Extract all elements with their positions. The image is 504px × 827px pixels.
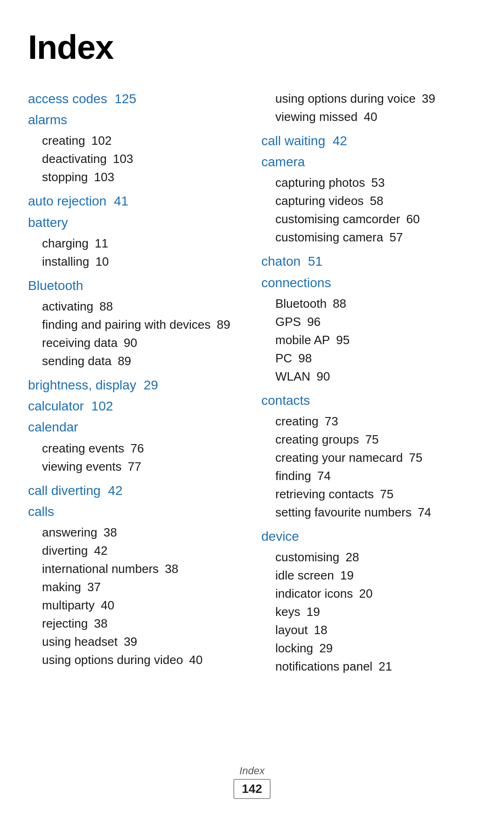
index-entry: auto rejection 41 — [28, 192, 243, 210]
index-entry: calls — [28, 502, 243, 521]
index-entry: call diverting 42 — [28, 481, 243, 500]
entry-header[interactable]: battery — [28, 215, 68, 230]
index-entry: device — [261, 527, 476, 545]
entry-header[interactable]: call diverting 42 — [28, 483, 123, 498]
entry-header[interactable]: connections — [261, 276, 331, 290]
index-entry: Bluetooth — [28, 276, 243, 295]
index-entry: camera — [261, 153, 476, 171]
sub-items: activating 88finding and pairing with de… — [42, 297, 243, 370]
sub-item: viewing missed 40 — [275, 108, 476, 126]
footer-page-number: 142 — [233, 779, 270, 799]
sub-items: answering 38diverting 42international nu… — [42, 523, 243, 669]
sub-item: viewing events 77 — [42, 458, 243, 476]
sub-item: sending data 89 — [42, 352, 243, 370]
index-entry: calculator 102 — [28, 397, 243, 415]
sub-item: WLAN 90 — [275, 368, 476, 386]
right-column: using options during voice 39viewing mis… — [261, 90, 476, 681]
sub-item: keys 19 — [275, 603, 476, 621]
sub-item: deactivating 103 — [42, 150, 243, 168]
entry-header[interactable]: access codes 125 — [28, 92, 136, 106]
sub-item: activating 88 — [42, 297, 243, 316]
index-entry: connections — [261, 274, 476, 292]
sub-item: using headset 39 — [42, 633, 243, 651]
sub-item: notifications panel 21 — [275, 657, 476, 676]
sub-item: creating 102 — [42, 132, 243, 150]
footer-label: Index — [0, 765, 504, 777]
entry-header[interactable]: auto rejection 41 — [28, 194, 128, 208]
sub-item: diverting 42 — [42, 542, 243, 560]
sub-item: retrieving contacts 75 — [275, 485, 476, 503]
entry-header[interactable]: contacts — [261, 393, 310, 408]
sub-items: creating 73creating groups 75creating yo… — [275, 412, 476, 522]
entry-header[interactable]: device — [261, 529, 299, 544]
sub-item: capturing videos 58 — [275, 192, 476, 210]
entry-header[interactable]: alarms — [28, 113, 67, 127]
sub-item: using options during video 40 — [42, 651, 243, 669]
sub-item: mobile AP 95 — [275, 331, 476, 349]
page-footer: Index 142 — [0, 765, 504, 799]
left-column: access codes 125alarmscreating 102deacti… — [28, 90, 261, 675]
entry-header[interactable]: calls — [28, 504, 54, 519]
page-title: Index — [28, 28, 476, 66]
index-entry: call waiting 42 — [261, 132, 476, 150]
sub-items: capturing photos 53capturing videos 58cu… — [275, 174, 476, 247]
sub-item: capturing photos 53 — [275, 174, 476, 192]
index-entry: chaton 51 — [261, 252, 476, 270]
index-entry: brightness, display 29 — [28, 376, 243, 394]
sub-item: layout 18 — [275, 621, 476, 639]
sub-items: Bluetooth 88GPS 96mobile AP 95PC 98WLAN … — [275, 295, 476, 386]
entry-header[interactable]: call waiting 42 — [261, 134, 347, 148]
sub-items: charging 11installing 10 — [42, 234, 243, 271]
index-entry: access codes 125 — [28, 90, 243, 108]
sub-item: GPS 96 — [275, 313, 476, 331]
sub-item: finding and pairing with devices 89 — [42, 316, 243, 334]
index-entry: calendar — [28, 418, 243, 436]
sub-item: receiving data 90 — [42, 334, 243, 352]
sub-item: creating groups 75 — [275, 431, 476, 449]
entry-header[interactable]: brightness, display 29 — [28, 378, 158, 392]
sub-item: locking 29 — [275, 639, 476, 657]
entry-header[interactable]: Bluetooth — [28, 278, 83, 293]
sub-item: making 37 — [42, 578, 243, 596]
sub-item: international numbers 38 — [42, 560, 243, 578]
sub-item: multiparty 40 — [42, 596, 243, 615]
sub-item: PC 98 — [275, 349, 476, 368]
sub-item: setting favourite numbers 74 — [275, 503, 476, 522]
entry-header[interactable]: chaton 51 — [261, 254, 322, 269]
sub-item: stopping 103 — [42, 168, 243, 186]
entry-header[interactable]: camera — [261, 155, 305, 169]
sub-item: answering 38 — [42, 523, 243, 542]
sub-item: using options during voice 39 — [275, 90, 476, 108]
index-entry: alarms — [28, 111, 243, 129]
sub-item: creating events 76 — [42, 439, 243, 458]
sub-item: customising camera 57 — [275, 228, 476, 247]
sub-item: Bluetooth 88 — [275, 295, 476, 313]
sub-item: finding 74 — [275, 467, 476, 485]
sub-item: rejecting 38 — [42, 615, 243, 633]
entry-header[interactable]: calculator 102 — [28, 399, 113, 413]
sub-item: idle screen 19 — [275, 566, 476, 585]
index-entry: contacts — [261, 391, 476, 410]
sub-item: customising camcorder 60 — [275, 210, 476, 228]
sub-items-continuation: using options during voice 39viewing mis… — [275, 90, 476, 126]
sub-items: creating 102deactivating 103stopping 103 — [42, 132, 243, 186]
sub-item: creating your namecard 75 — [275, 449, 476, 467]
index-entry: battery — [28, 213, 243, 232]
sub-items: creating events 76viewing events 77 — [42, 439, 243, 476]
sub-item: indicator icons 20 — [275, 585, 476, 603]
sub-item: installing 10 — [42, 253, 243, 271]
sub-items: customising 28idle screen 19indicator ic… — [275, 548, 476, 676]
sub-item: charging 11 — [42, 234, 243, 253]
entry-header[interactable]: calendar — [28, 420, 78, 434]
sub-item: creating 73 — [275, 412, 476, 431]
sub-item: customising 28 — [275, 548, 476, 566]
index-columns: access codes 125alarmscreating 102deacti… — [28, 90, 476, 681]
